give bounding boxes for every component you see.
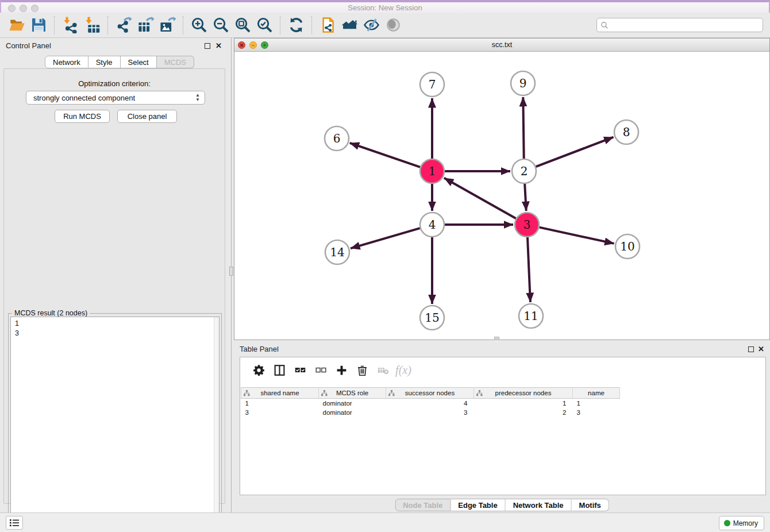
tab-select[interactable]: Select <box>121 56 157 68</box>
mcds-result-fieldset: MCDS result (2 nodes) 13 <box>8 313 222 532</box>
svg-text:14: 14 <box>330 245 344 259</box>
split-columns-button[interactable] <box>269 360 290 380</box>
network-graph-canvas[interactable]: 7968124314101511 <box>234 52 769 340</box>
column-header-mcds-role[interactable]: MCDS role <box>319 388 386 399</box>
tab-network[interactable]: Network <box>45 56 88 68</box>
table-cell[interactable]: 1 <box>573 399 620 408</box>
save-session-button[interactable] <box>28 14 49 36</box>
graph-edge-4-14[interactable] <box>351 228 420 248</box>
panel-splitter[interactable] <box>229 38 234 512</box>
graph-node-7[interactable]: 7 <box>420 72 444 97</box>
tab-network-table[interactable]: Network Table <box>506 499 572 511</box>
import-network-icon <box>62 17 79 33</box>
close-panel-icon[interactable]: ✕ <box>215 41 222 50</box>
titlebar: Session: New Session <box>0 0 770 13</box>
column-header-name[interactable]: name <box>573 388 620 399</box>
svg-text:4: 4 <box>429 218 436 232</box>
graph-node-15[interactable]: 15 <box>420 306 444 330</box>
add-column-button[interactable] <box>331 360 352 380</box>
graph-edge-3-11[interactable] <box>528 237 530 302</box>
import-table-button[interactable] <box>81 14 103 36</box>
open-folder-icon <box>9 17 25 33</box>
memory-button[interactable]: Memory <box>719 516 764 530</box>
graph-node-8[interactable]: 8 <box>614 120 638 144</box>
table-cell[interactable]: 3 <box>386 408 474 417</box>
delete-table-button[interactable] <box>372 360 393 380</box>
zoom-selected-button[interactable] <box>253 14 275 36</box>
zoom-in-button[interactable] <box>188 14 210 36</box>
graph-node-10[interactable]: 10 <box>615 234 640 259</box>
tab-node-table[interactable]: Node Table <box>395 499 451 511</box>
window-title: Session: New Session <box>1 3 769 12</box>
graph-edge-2-8[interactable] <box>536 137 614 167</box>
graph-node-9[interactable]: 9 <box>511 71 535 95</box>
mcds-tab-content: Optimization criterion: strongly connect… <box>3 68 225 504</box>
apply-function-button[interactable]: f(x) <box>393 360 414 380</box>
table-cell[interactable]: dominator <box>319 408 386 417</box>
graph-node-3[interactable]: 3 <box>515 213 539 237</box>
graph-edge-3-1[interactable] <box>444 178 516 218</box>
criterion-dropdown[interactable]: strongly connected component ▲▼ <box>26 91 205 105</box>
columns-icon <box>274 364 286 376</box>
table-cell[interactable]: 3 <box>241 408 319 417</box>
graph-edge-2-9[interactable] <box>523 97 523 159</box>
table-cell[interactable]: 1 <box>241 399 319 408</box>
graph-node-14[interactable]: 14 <box>325 240 349 264</box>
graph-edge-3-10[interactable] <box>539 228 614 244</box>
table-cell[interactable]: dominator <box>319 399 386 408</box>
unselect-all-rows-button[interactable] <box>310 360 331 380</box>
table-row[interactable]: 3dominator323 <box>241 408 620 417</box>
table-cell[interactable]: 1 <box>474 399 573 408</box>
graph-node-1[interactable]: 1 <box>420 159 444 183</box>
run-mcds-button[interactable]: Run MCDS <box>55 110 110 123</box>
tab-edge-table[interactable]: Edge Table <box>451 499 505 511</box>
table-settings-button[interactable] <box>248 360 269 380</box>
float-panel-icon[interactable] <box>205 43 210 49</box>
table-cell[interactable]: 4 <box>386 399 474 408</box>
show-home-networks-button[interactable] <box>338 14 360 36</box>
table-toolbar: f(x) <box>240 357 765 383</box>
graph-edge-1-6[interactable] <box>350 143 420 167</box>
tab-mcds[interactable]: MCDS <box>157 56 194 68</box>
table-cell[interactable]: 3 <box>573 408 620 417</box>
column-header-successor-nodes[interactable]: successor nodes <box>386 388 474 399</box>
graph-node-2[interactable]: 2 <box>512 159 536 183</box>
column-header-shared-name[interactable]: shared name <box>241 388 319 399</box>
close-panel-button[interactable]: Close panel <box>117 110 177 123</box>
task-history-button[interactable] <box>6 516 23 530</box>
close-panel-icon[interactable]: ✕ <box>758 345 764 353</box>
table-panel: Table Panel ✕ <box>234 341 770 512</box>
refresh-view-button[interactable] <box>285 14 307 36</box>
export-image-icon <box>159 17 176 33</box>
export-image-button[interactable] <box>156 14 178 36</box>
select-all-rows-button[interactable] <box>290 360 310 380</box>
tab-motifs[interactable]: Motifs <box>572 499 609 511</box>
table-row[interactable]: 1dominator411 <box>241 399 620 408</box>
float-panel-icon[interactable] <box>748 346 754 352</box>
import-table-icon <box>84 17 101 33</box>
column-header-predecessor-nodes[interactable]: predecessor nodes <box>474 388 573 399</box>
svg-text:15: 15 <box>425 311 439 325</box>
zoom-fit-button[interactable] <box>232 14 253 36</box>
window-resize-grip[interactable] <box>494 337 499 340</box>
svg-text:1: 1 <box>429 164 436 178</box>
delete-column-button[interactable] <box>352 360 372 380</box>
hide-panel-button[interactable] <box>360 14 382 36</box>
scrollbar[interactable] <box>214 317 219 530</box>
render-preview-button[interactable] <box>382 14 404 36</box>
graph-node-4[interactable]: 4 <box>420 213 444 237</box>
import-network-button[interactable] <box>59 14 81 36</box>
tab-style[interactable]: Style <box>88 56 121 68</box>
export-network-button[interactable] <box>113 14 134 36</box>
graph-edge-2-3[interactable] <box>525 184 526 211</box>
graph-node-6[interactable]: 6 <box>325 126 349 151</box>
graph-node-11[interactable]: 11 <box>519 304 543 328</box>
zoom-out-button[interactable] <box>210 14 232 36</box>
search-input[interactable] <box>611 21 759 29</box>
splitter-grip[interactable] <box>229 267 233 276</box>
table-cell[interactable]: 2 <box>474 408 573 417</box>
export-table-button[interactable] <box>134 14 156 36</box>
clone-network-button[interactable] <box>317 14 338 36</box>
open-session-button[interactable] <box>6 14 28 36</box>
unchecked-boxes-icon <box>315 364 327 376</box>
